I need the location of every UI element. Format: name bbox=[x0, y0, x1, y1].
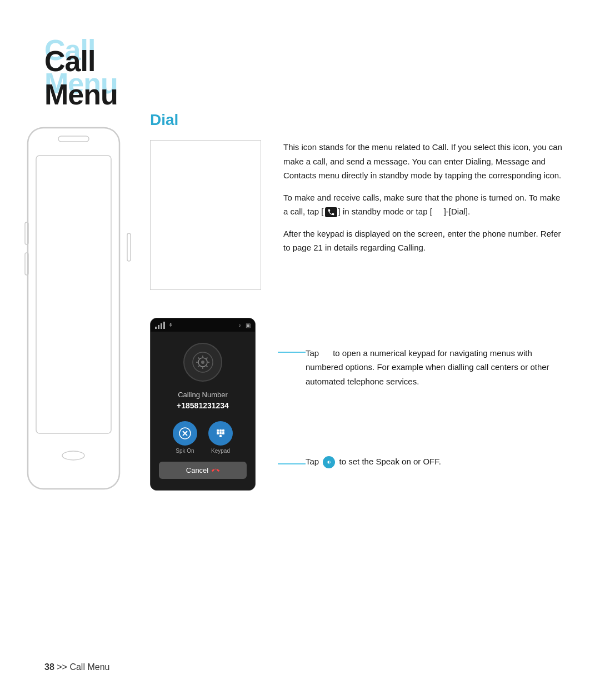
svg-point-3 bbox=[62, 451, 84, 460]
svg-rect-22 bbox=[219, 429, 222, 432]
main-content: Dial This icon stands for the menu relat… bbox=[150, 111, 567, 496]
keypad-btn-label: Keypad bbox=[211, 448, 230, 454]
phone-illustration bbox=[17, 122, 139, 500]
keypad-button[interactable]: Keypad bbox=[208, 421, 233, 454]
svg-rect-27 bbox=[219, 435, 222, 437]
speaker-button[interactable]: Spk On bbox=[173, 421, 197, 454]
screen-body: Calling Number +18581231234 bbox=[151, 332, 255, 490]
phone-icon-inline bbox=[325, 207, 337, 217]
keypad-grid-icon bbox=[214, 427, 227, 440]
signal-bar-2 bbox=[158, 325, 159, 329]
footer-section: Call Menu bbox=[69, 662, 109, 672]
speaker-x-icon bbox=[178, 427, 192, 440]
dial-section: This icon stands for the menu related to… bbox=[150, 140, 567, 290]
page-number: 38 bbox=[44, 662, 54, 672]
calling-avatar bbox=[183, 343, 222, 382]
svg-line-17 bbox=[198, 366, 200, 367]
svg-rect-6 bbox=[127, 233, 131, 261]
svg-rect-0 bbox=[28, 128, 119, 489]
phone-screen-section: ↟ ♪ ▣ bbox=[150, 318, 567, 496]
keypad-annotation: Tap to open a numerical keypad for navig… bbox=[306, 346, 567, 393]
svg-rect-2 bbox=[58, 136, 89, 142]
dial-image-placeholder bbox=[150, 140, 261, 290]
svg-rect-25 bbox=[219, 432, 222, 434]
signal-bar-3 bbox=[161, 323, 162, 329]
dial-desc-2: To make and receive calls, make sure tha… bbox=[283, 191, 567, 219]
signal-bar-1 bbox=[155, 327, 157, 329]
speaker-button-circle bbox=[173, 421, 197, 446]
speak-svg-icon bbox=[325, 458, 333, 466]
cancel-icon bbox=[212, 467, 219, 474]
speak-annotation-text: Tap to set the Speak on or OFF. bbox=[306, 454, 441, 469]
dial-description: This icon stands for the menu related to… bbox=[283, 140, 567, 290]
battery-icon: ▣ bbox=[246, 322, 251, 328]
page-title: Call Menu bbox=[44, 44, 118, 111]
svg-line-14 bbox=[198, 358, 200, 359]
dial-desc-1: This icon stands for the menu related to… bbox=[283, 140, 567, 183]
connector-line-1 bbox=[278, 352, 306, 353]
signal-bar-4 bbox=[163, 322, 165, 329]
phone-screen-mock: ↟ ♪ ▣ bbox=[150, 318, 256, 491]
svg-rect-1 bbox=[36, 156, 111, 433]
cancel-button[interactable]: Cancel bbox=[159, 462, 247, 479]
svg-rect-26 bbox=[222, 432, 224, 434]
screen-buttons: Spk On bbox=[173, 421, 233, 454]
svg-line-15 bbox=[206, 366, 208, 367]
screen-statusbar: ↟ ♪ ▣ bbox=[151, 318, 255, 332]
speak-icon bbox=[323, 456, 335, 468]
network-icon: ↟ bbox=[168, 322, 173, 328]
svg-point-9 bbox=[201, 361, 204, 364]
speak-annotation: Tap to set the Speak on or OFF. bbox=[306, 454, 441, 473]
dial-title: Dial bbox=[150, 111, 567, 129]
keypad-button-circle bbox=[208, 421, 233, 446]
svg-rect-23 bbox=[222, 429, 224, 432]
signal-bars bbox=[155, 322, 165, 329]
dial-desc-3: After the keypad is displayed on the scr… bbox=[283, 227, 567, 255]
connector-line-2 bbox=[278, 463, 306, 464]
svg-rect-21 bbox=[217, 429, 219, 432]
svg-rect-24 bbox=[217, 432, 219, 434]
avatar-icon bbox=[192, 351, 214, 373]
speaker-btn-label: Spk On bbox=[176, 448, 194, 454]
cancel-label: Cancel bbox=[186, 466, 208, 474]
svg-line-16 bbox=[206, 358, 208, 359]
music-icon: ♪ bbox=[238, 322, 241, 328]
calling-label: Calling Number bbox=[178, 391, 228, 399]
keypad-annotation-text: Tap to open a numerical keypad for navig… bbox=[306, 346, 567, 389]
footer-separator: >> bbox=[57, 662, 69, 672]
calling-number: +18581231234 bbox=[177, 401, 229, 410]
page-footer: 38 >> Call Menu bbox=[44, 662, 109, 672]
